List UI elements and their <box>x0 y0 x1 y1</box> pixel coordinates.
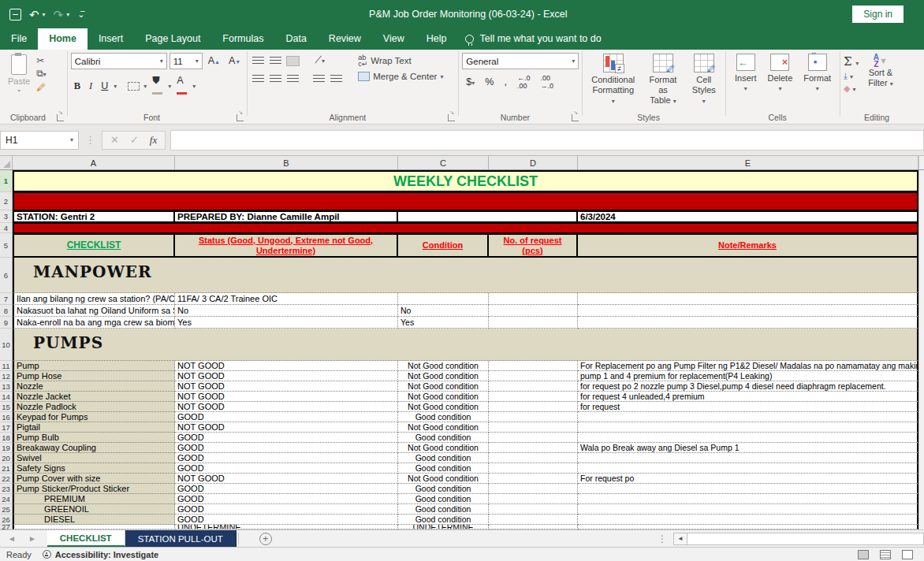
section-title-cell[interactable]: MANPOWER <box>13 258 918 293</box>
shrink-font-icon[interactable]: A▼ <box>225 54 244 69</box>
sort-filter-button[interactable]: AZ▼ Sort & Filter ▾ <box>859 53 899 90</box>
red-band-cell[interactable] <box>13 223 918 233</box>
request-cell[interactable] <box>489 392 578 402</box>
vertical-scrollbar[interactable] <box>918 170 924 529</box>
row-header[interactable]: 6 <box>0 258 13 293</box>
request-cell[interactable] <box>489 484 578 494</box>
request-cell[interactable] <box>489 443 578 453</box>
item-cell[interactable]: Keypad for Pumps <box>13 412 175 422</box>
status-cell[interactable]: GOOD <box>175 484 398 494</box>
prepared-by-cell[interactable]: PREPARED BY: Dianne Camille Ampil <box>175 210 398 223</box>
save-icon[interactable] <box>9 9 21 20</box>
sheet-title-cell[interactable]: WEEKLY CHECKLIST <box>13 170 918 192</box>
font-dialog-launcher[interactable] <box>237 114 244 121</box>
align-top-icon[interactable] <box>252 57 264 65</box>
column-header-e[interactable]: E <box>578 156 918 169</box>
item-cell[interactable]: Pump Sticker/Product Sticker <box>13 484 175 494</box>
request-header-cell[interactable]: No. of request (pcs) <box>489 233 578 258</box>
undo-icon[interactable]: ↶ <box>29 9 39 20</box>
column-header-b[interactable]: B <box>175 156 398 169</box>
condition-cell[interactable]: Yes <box>398 317 489 329</box>
status-cell[interactable]: Yes <box>175 317 398 329</box>
tab-data[interactable]: Data <box>274 28 317 50</box>
condition-cell[interactable]: Good condition <box>398 463 489 474</box>
wrap-text-button[interactable]: abc↵ Wrap Text <box>355 53 446 69</box>
item-cell[interactable]: PREMIUM <box>13 494 175 504</box>
row-header[interactable]: 2 <box>0 192 13 210</box>
cut-icon[interactable]: ✂ <box>36 56 47 65</box>
number-format-combo[interactable]: General▾ <box>462 53 579 69</box>
conditional-formatting-button[interactable]: ≠ Conditional Formatting ▾ <box>586 53 640 107</box>
condition-cell[interactable]: Not Good condition <box>398 443 489 453</box>
request-cell[interactable] <box>489 463 578 474</box>
checklist-header-cell[interactable]: CHECKLIST <box>13 233 175 258</box>
insert-function-icon[interactable]: fx <box>150 134 157 147</box>
merge-center-button[interactable]: Merge & Center ▾ <box>355 70 446 83</box>
tab-review[interactable]: Review <box>318 28 372 50</box>
column-header-c[interactable]: C <box>398 156 489 169</box>
delete-cells-button[interactable]: × Delete ▾ <box>762 53 798 95</box>
request-cell[interactable] <box>489 412 578 422</box>
note-cell[interactable] <box>578 484 918 494</box>
align-middle-icon[interactable] <box>270 57 281 65</box>
note-cell[interactable] <box>578 305 918 317</box>
format-cells-button[interactable]: ▪↔ Format ▾ <box>798 53 836 95</box>
status-cell[interactable]: NOT GOOD <box>175 361 398 371</box>
status-cell[interactable]: NOT GOOD <box>175 392 398 402</box>
copy-icon[interactable]: ⧉▾ <box>36 69 47 80</box>
fill-icon[interactable]: ⤓ ▾ <box>844 71 859 81</box>
item-cell[interactable]: Nozzle Padlock <box>13 402 175 412</box>
condition-cell[interactable] <box>398 293 489 305</box>
increase-decimal-icon[interactable]: ←.0.00 <box>513 73 535 91</box>
row-header[interactable]: 10 <box>0 329 13 361</box>
row-header[interactable]: 13 <box>0 381 13 392</box>
request-cell[interactable] <box>489 402 578 412</box>
row-header[interactable]: 24 <box>0 494 13 504</box>
status-header-cell[interactable]: Status (Good, Ungood, Extreme not Good, … <box>175 233 398 258</box>
row-header[interactable]: 21 <box>0 463 13 474</box>
request-cell[interactable] <box>489 422 578 433</box>
item-cell[interactable]: Pigtail <box>13 422 175 433</box>
note-cell[interactable]: for request <box>578 402 918 412</box>
section-title-cell[interactable]: PUMPS <box>13 329 918 361</box>
request-cell[interactable] <box>489 305 578 317</box>
request-cell[interactable] <box>489 371 578 381</box>
condition-cell[interactable]: Not Good condition <box>398 371 489 381</box>
tab-help[interactable]: Help <box>415 28 458 50</box>
item-cell[interactable]: GREENOIL <box>13 504 175 515</box>
note-cell[interactable]: For request po <box>578 474 918 484</box>
condition-header-cell[interactable]: Condition <box>398 233 489 258</box>
font-size-combo[interactable]: 11▾ <box>170 53 203 69</box>
condition-cell[interactable]: Not Good condition <box>398 361 489 371</box>
condition-cell[interactable]: Good condition <box>398 484 489 494</box>
row-header[interactable]: 16 <box>0 412 13 422</box>
red-band-cell[interactable] <box>13 192 918 210</box>
request-cell[interactable] <box>489 381 578 392</box>
status-cell[interactable]: No <box>175 305 398 317</box>
clear-icon[interactable]: ◆ ▾ <box>844 84 859 94</box>
sheet-nav-left-icon[interactable]: ◄ <box>8 534 16 543</box>
sheet-tab-checklist[interactable]: CHECKLIST <box>47 530 125 547</box>
status-cell[interactable]: NOT GOOD <box>175 402 398 412</box>
station-cell[interactable]: STATION: Gentri 2 <box>13 210 175 223</box>
percent-format-icon[interactable]: % <box>481 76 497 88</box>
comma-format-icon[interactable]: , <box>500 76 510 88</box>
hscroll-left-icon[interactable]: ◄ <box>673 533 687 545</box>
status-cell[interactable]: GOOD <box>175 443 398 453</box>
tab-home[interactable]: Home <box>38 28 88 50</box>
request-cell[interactable] <box>489 494 578 504</box>
row-header[interactable]: 3 <box>0 210 13 223</box>
note-cell[interactable] <box>578 504 918 515</box>
status-cell[interactable]: GOOD <box>175 504 398 515</box>
tab-file[interactable]: File <box>0 28 38 50</box>
row-header[interactable]: 23 <box>0 484 13 494</box>
normal-view-icon[interactable] <box>858 550 869 559</box>
status-cell[interactable]: NOT GOOD <box>175 422 398 433</box>
status-cell[interactable]: GOOD <box>175 463 398 474</box>
decrease-indent-icon[interactable] <box>313 75 325 84</box>
underline-button[interactable]: U <box>98 79 111 93</box>
row-header[interactable]: 19 <box>0 443 13 453</box>
item-cell[interactable]: Nakasuot ba lahat ng Oiland Uniform sa S… <box>13 305 175 317</box>
row-header[interactable]: 25 <box>0 504 13 515</box>
select-all-corner[interactable] <box>0 156 13 169</box>
